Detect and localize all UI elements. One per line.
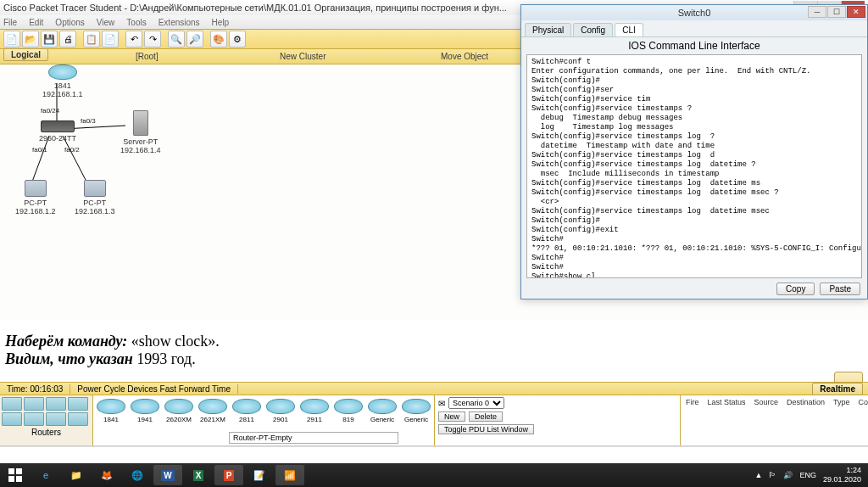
task-packettracer[interactable]: 📶	[275, 465, 304, 485]
save-icon[interactable]: 💾	[41, 31, 58, 48]
tab-physical[interactable]: Physical	[525, 23, 571, 36]
nav-move-object[interactable]: Move Object	[441, 52, 488, 61]
open-icon[interactable]: 📂	[22, 31, 39, 48]
print-icon[interactable]: 🖨	[59, 31, 76, 48]
annot-1a: Наберём команду:	[5, 333, 127, 350]
palette-icon[interactable]: 🎨	[210, 31, 227, 48]
svg-rect-7	[16, 476, 22, 482]
new-icon[interactable]: 📄	[3, 31, 20, 48]
device-models[interactable]: 1841 1941 2620XM 2621XM 2811 2901 2911 8…	[93, 395, 434, 445]
menu-options[interactable]: Options	[55, 18, 84, 27]
tray-up-icon[interactable]: ▲	[755, 471, 763, 479]
task-explorer[interactable]: 📁	[62, 465, 91, 485]
tray-volume-icon[interactable]: 🔊	[783, 471, 793, 479]
tray-flag-icon[interactable]: 🏳	[769, 471, 776, 479]
task-chrome[interactable]: 🌐	[123, 465, 152, 485]
cli-minimize-button[interactable]: ─	[808, 6, 826, 18]
switch-name: 2960-24TT	[39, 134, 76, 143]
tab-cli[interactable]: CLI	[615, 23, 643, 36]
scenario-panel: ✉ Scenario 0 New Delete Toggle PDU List …	[434, 395, 680, 445]
svg-rect-4	[8, 468, 14, 474]
topology-links	[0, 64, 254, 251]
toggle-pdu-button[interactable]: Toggle PDU List Window	[438, 424, 534, 434]
server-icon	[133, 110, 148, 136]
device-categories[interactable]: Routers	[0, 395, 93, 445]
port-fa024: fa0/24	[41, 107, 59, 115]
server-name: Server-PT	[120, 137, 161, 146]
pc1-ip: 192.168.1.2	[15, 207, 56, 216]
cli-title-text: Switch0	[678, 8, 711, 18]
scenario-delete-button[interactable]: Delete	[469, 411, 503, 422]
cli-tabs: Physical Config CLI	[521, 20, 867, 37]
undo-icon[interactable]: ↶	[125, 31, 142, 48]
tray-lang[interactable]: ENG	[799, 471, 816, 479]
paste-icon[interactable]: 📄	[102, 31, 119, 48]
cli-copy-button[interactable]: Copy	[776, 283, 815, 295]
tab-config[interactable]: Config	[573, 23, 613, 36]
task-word[interactable]: W	[153, 465, 182, 485]
port-fa02: fa0/2	[64, 146, 80, 154]
port-fa01: fa0/1	[32, 146, 47, 154]
menu-view[interactable]: View	[97, 18, 115, 27]
cli-paste-button[interactable]: Paste	[820, 283, 860, 295]
svg-rect-6	[8, 476, 14, 482]
cli-window[interactable]: Switch0 ─ ☐ ✕ Physical Config CLI IOS Co…	[520, 4, 868, 299]
power-cycle[interactable]: Power Cycle Devices Fast Forward Time	[70, 384, 238, 394]
annot-2b: 1993 год.	[133, 350, 196, 367]
device-pc1[interactable]: PC-PT 192.168.1.2	[15, 180, 56, 216]
copy-icon[interactable]: 📋	[83, 31, 100, 48]
port-fa03: fa0/3	[81, 117, 96, 125]
task-firefox[interactable]: 🦊	[92, 465, 121, 485]
bottom-area: Time: 00:16:03 Power Cycle Devices Fast …	[0, 382, 868, 463]
sim-time: Time: 00:16:03	[0, 384, 70, 394]
menu-file[interactable]: File	[3, 18, 17, 27]
device-pc2[interactable]: PC-PT 192.168.1.3	[75, 180, 115, 216]
pc2-ip: 192.168.1.3	[75, 207, 115, 216]
envelope-icon[interactable]: ✉	[438, 399, 445, 408]
windows-taskbar[interactable]: e 📁 🦊 🌐 W X P 📝 📶 ▲ 🏳 🔊 ENG 1:24 29.01.2…	[0, 463, 868, 487]
server-ip: 192.168.1.4	[120, 146, 161, 154]
time-bar: Time: 00:16:03 Power Cycle Devices Fast …	[0, 382, 868, 395]
category-label: Routers	[2, 428, 91, 437]
pc1-name: PC-PT	[15, 199, 56, 207]
cli-terminal[interactable]: Switch#conf t Enter configuration comman…	[526, 54, 862, 278]
slide-annotation: Наберём команду: «show clock». Видим, чт…	[5, 333, 220, 368]
menu-help[interactable]: Help	[212, 18, 230, 27]
pc-icon	[25, 180, 47, 197]
task-powerpoint[interactable]: P	[214, 465, 243, 485]
annot-1b: «show clock».	[127, 333, 219, 350]
redo-icon[interactable]: ↷	[144, 31, 161, 48]
cli-header: IOS Command Line Interface	[521, 37, 867, 54]
cli-maximize-button[interactable]: ☐	[827, 6, 846, 18]
router-name: 1841	[42, 81, 83, 90]
task-notepad[interactable]: 📝	[245, 465, 274, 485]
menu-extensions[interactable]: Extensions	[159, 18, 200, 27]
system-tray[interactable]: ▲ 🏳 🔊 ENG 1:24 29.01.2020	[748, 466, 868, 484]
task-ie[interactable]: e	[31, 465, 60, 485]
task-excel[interactable]: X	[184, 465, 213, 485]
scenario-new-button[interactable]: New	[438, 411, 465, 422]
tray-clock[interactable]: 1:24 29.01.2020	[823, 466, 861, 484]
zoomout-icon[interactable]: 🔎	[186, 31, 203, 48]
start-button[interactable]	[0, 463, 31, 487]
zoomin-icon[interactable]: 🔍	[168, 31, 185, 48]
menu-edit[interactable]: Edit	[29, 18, 43, 27]
device-panel: Routers 1841 1941 2620XM 2621XM 2811 290…	[0, 395, 868, 446]
nav-root[interactable]: [Root]	[136, 52, 159, 61]
tab-logical[interactable]: Logical	[3, 48, 48, 61]
device-server[interactable]: Server-PT 192.168.1.4	[120, 110, 161, 154]
cli-close-button[interactable]: ✕	[847, 6, 865, 18]
device-router[interactable]: 1841 192.168.1.1	[42, 64, 83, 98]
custom-icon[interactable]: ⚙	[229, 31, 246, 48]
nav-new-cluster[interactable]: New Cluster	[280, 52, 326, 61]
tab-realtime[interactable]: Realtime	[812, 383, 863, 395]
device-switch[interactable]: 2960-24TT	[39, 120, 76, 143]
router-icon	[48, 64, 77, 80]
menu-tools[interactable]: Tools	[126, 18, 146, 27]
cli-titlebar[interactable]: Switch0 ─ ☐ ✕	[521, 5, 867, 20]
scenario-select[interactable]: Scenario 0	[448, 397, 504, 409]
svg-line-2	[32, 136, 49, 182]
pdu-headers: Fire Last Status Source Destination Type…	[680, 395, 868, 445]
router-ip: 192.168.1.1	[42, 90, 83, 98]
pc-icon	[84, 180, 106, 197]
